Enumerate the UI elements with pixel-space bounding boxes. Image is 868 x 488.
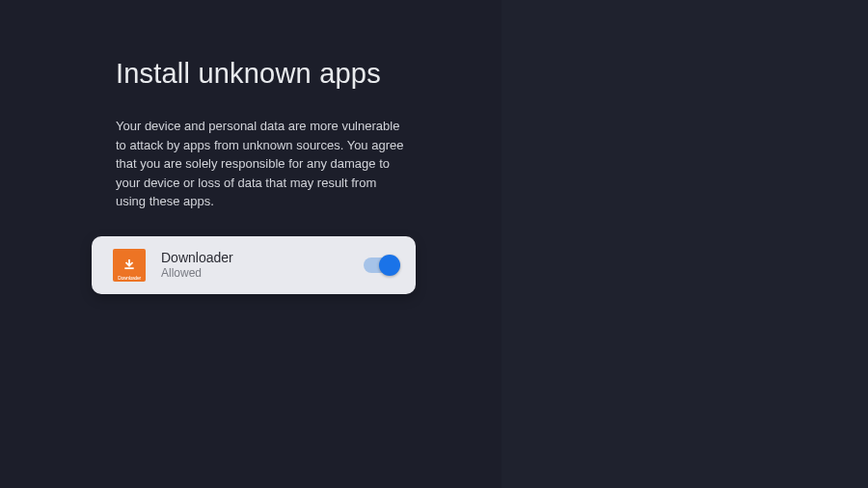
toggle-knob bbox=[379, 255, 400, 276]
page-title: Install unknown apps bbox=[116, 58, 502, 90]
app-status: Allowed bbox=[161, 266, 364, 280]
right-panel bbox=[502, 0, 868, 488]
permission-toggle[interactable] bbox=[364, 258, 398, 273]
app-info: Downloader Allowed bbox=[161, 250, 364, 280]
downloader-app-icon: Downloader bbox=[113, 249, 146, 282]
page-description: Your device and personal data are more v… bbox=[116, 117, 405, 211]
app-permission-row[interactable]: Downloader Downloader Allowed bbox=[92, 236, 416, 294]
svg-rect-0 bbox=[124, 267, 133, 269]
app-icon-label: Downloader bbox=[113, 275, 146, 282]
app-name: Downloader bbox=[161, 250, 364, 265]
settings-content: Install unknown apps Your device and per… bbox=[0, 0, 502, 294]
download-arrow-icon bbox=[122, 258, 136, 272]
